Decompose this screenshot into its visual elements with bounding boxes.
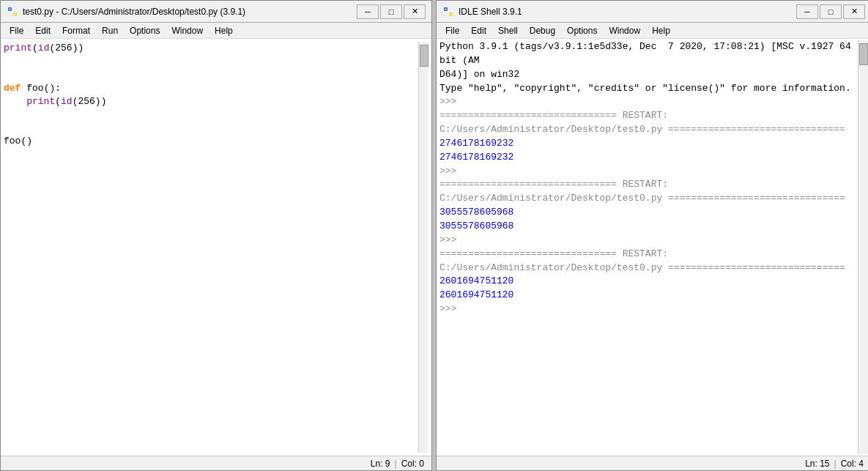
- editor-menu-run[interactable]: Run: [96, 24, 124, 37]
- shell-menu-shell[interactable]: Shell: [492, 24, 524, 37]
- editor-title-bar: test0.py - C:/Users/Administrator/Deskto…: [1, 1, 431, 23]
- editor-python-icon: [7, 6, 18, 18]
- shell-col: Col: 4: [841, 459, 864, 469]
- shell-status-bar: Ln: 15 | Col: 4: [437, 456, 868, 470]
- shell-menu-help[interactable]: Help: [646, 24, 676, 37]
- editor-status-bar: Ln: 9 | Col: 0: [1, 456, 431, 470]
- editor-menu-edit[interactable]: Edit: [29, 24, 56, 37]
- shell-scrollbar[interactable]: [858, 40, 868, 454]
- shell-scroll-thumb[interactable]: [859, 43, 868, 65]
- editor-menu-options[interactable]: Options: [124, 24, 166, 37]
- shell-window-controls: ─ □ ✕: [796, 4, 865, 19]
- editor-menu-file[interactable]: File: [4, 24, 29, 37]
- shell-menu-options[interactable]: Options: [561, 24, 603, 37]
- shell-maximize-button[interactable]: □: [820, 4, 842, 19]
- shell-python-icon: [442, 6, 454, 18]
- svg-point-6: [445, 8, 447, 10]
- shell-window: IDLE Shell 3.9.1 ─ □ ✕ File Edit Shell D…: [436, 0, 868, 471]
- shell-title-bar: IDLE Shell 3.9.1 ─ □ ✕: [437, 1, 868, 23]
- shell-close-button[interactable]: ✕: [843, 4, 865, 19]
- code-text[interactable]: print(id(256)) def foo(): print(id(256))…: [4, 42, 418, 453]
- editor-scroll-thumb[interactable]: [420, 45, 429, 67]
- shell-menu-window[interactable]: Window: [603, 24, 646, 37]
- editor-scrollbar[interactable]: [418, 42, 429, 453]
- editor-window-controls: ─ □ ✕: [357, 4, 426, 19]
- editor-minimize-button[interactable]: ─: [357, 4, 379, 19]
- shell-output-text[interactable]: Python 3.9.1 (tags/v3.9.1:1e5d33e, Dec 7…: [439, 40, 858, 454]
- shell-ln: Ln: 15: [805, 459, 829, 469]
- editor-close-button[interactable]: ✕: [404, 4, 426, 19]
- shell-content-area[interactable]: Python 3.9.1 (tags/v3.9.1:1e5d33e, Dec 7…: [437, 39, 868, 456]
- shell-title: IDLE Shell 3.9.1: [459, 7, 790, 17]
- svg-point-7: [450, 13, 452, 15]
- editor-maximize-button[interactable]: □: [380, 4, 402, 19]
- shell-minimize-button[interactable]: ─: [796, 4, 818, 19]
- editor-menu-bar: File Edit Format Run Options Window Help: [1, 23, 431, 39]
- editor-col: Col: 0: [401, 459, 424, 469]
- editor-menu-format[interactable]: Format: [56, 24, 96, 37]
- shell-menu-bar: File Edit Shell Debug Options Window Hel…: [437, 23, 868, 39]
- editor-ln: Ln: 9: [371, 459, 390, 469]
- shell-menu-edit[interactable]: Edit: [465, 24, 492, 37]
- editor-window: test0.py - C:/Users/Administrator/Deskto…: [0, 0, 432, 471]
- editor-menu-help[interactable]: Help: [209, 24, 239, 37]
- shell-menu-file[interactable]: File: [439, 24, 465, 37]
- editor-menu-window[interactable]: Window: [166, 24, 209, 37]
- shell-menu-debug[interactable]: Debug: [524, 24, 561, 37]
- svg-point-3: [15, 13, 16, 15]
- editor-title: test0.py - C:/Users/Administrator/Deskto…: [23, 7, 351, 17]
- editor-content-area[interactable]: print(id(256)) def foo(): print(id(256))…: [1, 39, 431, 456]
- svg-point-2: [10, 8, 11, 10]
